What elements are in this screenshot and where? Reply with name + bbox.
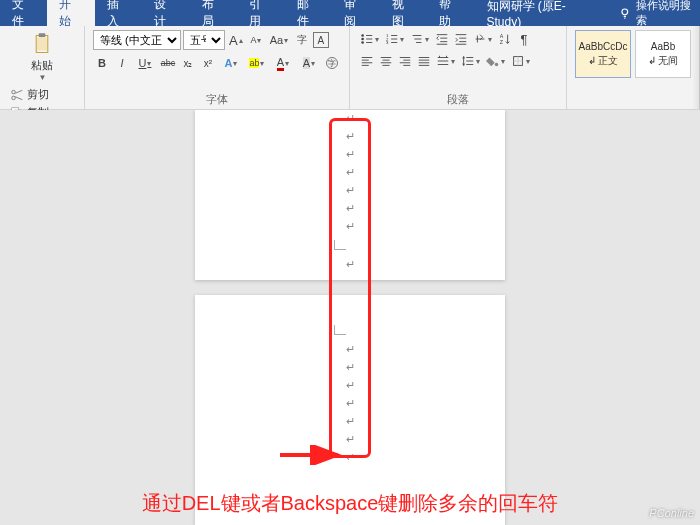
numbering-button[interactable]: 123▾ (383, 30, 407, 48)
outdent-icon (435, 32, 449, 46)
styles-group: AaBbCcDc ↲ 正文 AaBb ↲ 无间 (567, 26, 700, 109)
italic-button[interactable]: I (113, 54, 131, 72)
borders-icon (511, 54, 525, 68)
document-area[interactable]: ↵ ↵ ↵ ↵ ↵ ↵ ↵ ↵ ↵ ↵ ↵ ↵ ↵ ↵ ↵ (0, 110, 700, 525)
style-nospacing[interactable]: AaBb ↲ 无间 (635, 30, 691, 78)
underline-button[interactable]: U▾ (133, 54, 157, 72)
char-border-button[interactable]: A (313, 32, 329, 48)
multilevel-icon (410, 32, 424, 46)
tab-design[interactable]: 设计 (142, 0, 189, 26)
bold-button[interactable]: B (93, 54, 111, 72)
align-right-button[interactable] (396, 52, 414, 70)
svg-point-5 (12, 96, 16, 100)
font-size-select[interactable]: 五号 (183, 30, 225, 50)
font-color-button[interactable]: A▾ (271, 54, 295, 72)
ribbon: 粘贴 ▼ 剪切 复制 剪贴板 等线 (中文正文) (0, 26, 700, 110)
tab-layout[interactable]: 布局 (190, 0, 237, 26)
justify-icon (417, 54, 431, 68)
scissors-icon (10, 88, 24, 102)
line-spacing-icon (461, 54, 475, 68)
tab-review[interactable]: 审阅 (332, 0, 379, 26)
svg-point-10 (362, 34, 365, 37)
svg-text:A: A (500, 33, 504, 39)
annotation-arrow-icon (280, 445, 350, 465)
text-effect-button[interactable]: A▾ (219, 54, 243, 72)
annotation-caption: 通过DEL键或者Backspace键删除多余的回车符 (0, 490, 700, 517)
font-group: 等线 (中文正文) 五号 A▴ A▾ Aa▾ 字 A B I U▾ abc x₂… (85, 26, 350, 109)
tab-home[interactable]: 开始 (47, 0, 94, 26)
superscript-button[interactable]: x² (199, 54, 217, 72)
tab-cnki[interactable]: 知网研学 (原E-Study) (475, 0, 610, 26)
clipboard-group: 粘贴 ▼ 剪切 复制 剪贴板 (0, 26, 85, 109)
change-case-button[interactable]: Aa▾ (267, 31, 291, 49)
distribute-icon (436, 54, 450, 68)
tab-view[interactable]: 视图 (380, 0, 427, 26)
paragraph-group: ▾ 123▾ ▾ ▾ AZ ¶ ▾ ▾ ▾ ▾ 段落 (350, 26, 567, 109)
svg-rect-3 (37, 37, 47, 50)
style-normal[interactable]: AaBbCcDc ↲ 正文 (575, 30, 631, 78)
indent-icon (454, 32, 468, 46)
svg-point-0 (622, 9, 628, 15)
asian-layout-button[interactable]: ▾ (471, 30, 495, 48)
paragraph-group-label: 段落 (358, 90, 558, 107)
subscript-button[interactable]: x₂ (179, 54, 197, 72)
tab-file[interactable]: 文件 (0, 0, 47, 26)
char-shading-button[interactable]: A▾ (297, 54, 321, 72)
svg-text:Z: Z (500, 39, 504, 45)
distribute-button[interactable]: ▾ (434, 52, 458, 70)
justify-button[interactable] (415, 52, 433, 70)
bucket-icon (486, 54, 500, 68)
asian-layout-icon (473, 32, 487, 46)
shrink-font-button[interactable]: A▾ (247, 31, 265, 49)
clipboard-icon (32, 32, 52, 56)
align-left-button[interactable] (358, 52, 376, 70)
align-center-icon (379, 54, 393, 68)
sort-button[interactable]: AZ (496, 30, 514, 48)
multilevel-button[interactable]: ▾ (408, 30, 432, 48)
ribbon-tabs: 文件 开始 插入 设计 布局 引用 邮件 审阅 视图 帮助 知网研学 (原E-S… (0, 0, 700, 26)
phonetic-guide-button[interactable]: 字 (293, 31, 311, 49)
cut-button[interactable]: 剪切 (8, 86, 76, 103)
svg-point-18 (495, 63, 499, 67)
increase-indent-button[interactable] (452, 30, 470, 48)
lightbulb-icon (618, 6, 632, 20)
tell-me-label: 操作说明搜索 (636, 0, 700, 28)
numbering-icon: 123 (385, 32, 399, 46)
bullets-icon (360, 32, 374, 46)
svg-text:3: 3 (386, 40, 389, 45)
chevron-down-icon: ▼ (39, 73, 47, 82)
style-name: ↲ 正文 (588, 54, 619, 68)
align-right-icon (398, 54, 412, 68)
grow-font-button[interactable]: A▴ (227, 31, 245, 49)
font-group-label: 字体 (93, 90, 341, 107)
borders-button[interactable]: ▾ (509, 52, 533, 70)
align-left-icon (360, 54, 374, 68)
style-name: ↲ 无间 (648, 54, 679, 68)
style-sample: AaBbCcDc (579, 41, 628, 52)
line-spacing-button[interactable]: ▾ (459, 52, 483, 70)
shading-button[interactable]: ▾ (484, 52, 508, 70)
cut-label: 剪切 (27, 87, 49, 102)
bullets-button[interactable]: ▾ (358, 30, 382, 48)
enclose-char-button[interactable]: 字 (323, 54, 341, 72)
svg-point-11 (362, 38, 365, 41)
font-name-select[interactable]: 等线 (中文正文) (93, 30, 181, 50)
align-center-button[interactable] (377, 52, 395, 70)
svg-point-4 (12, 90, 16, 94)
tab-mail[interactable]: 邮件 (285, 0, 332, 26)
watermark: PConline (649, 507, 694, 519)
paste-label: 粘贴 (31, 58, 53, 73)
show-marks-button[interactable]: ¶ (515, 30, 533, 48)
tab-insert[interactable]: 插入 (95, 0, 142, 26)
sort-icon: AZ (498, 32, 512, 46)
style-sample: AaBb (651, 41, 675, 52)
paste-button[interactable]: 粘贴 ▼ (8, 30, 76, 84)
strikethrough-button[interactable]: abc (159, 54, 177, 72)
svg-rect-2 (39, 33, 46, 37)
highlight-button[interactable]: ab▾ (245, 54, 269, 72)
tell-me-search[interactable]: 操作说明搜索 (618, 0, 700, 28)
tab-help[interactable]: 帮助 (427, 0, 474, 26)
decrease-indent-button[interactable] (433, 30, 451, 48)
tab-reference[interactable]: 引用 (237, 0, 284, 26)
svg-point-12 (362, 41, 365, 44)
